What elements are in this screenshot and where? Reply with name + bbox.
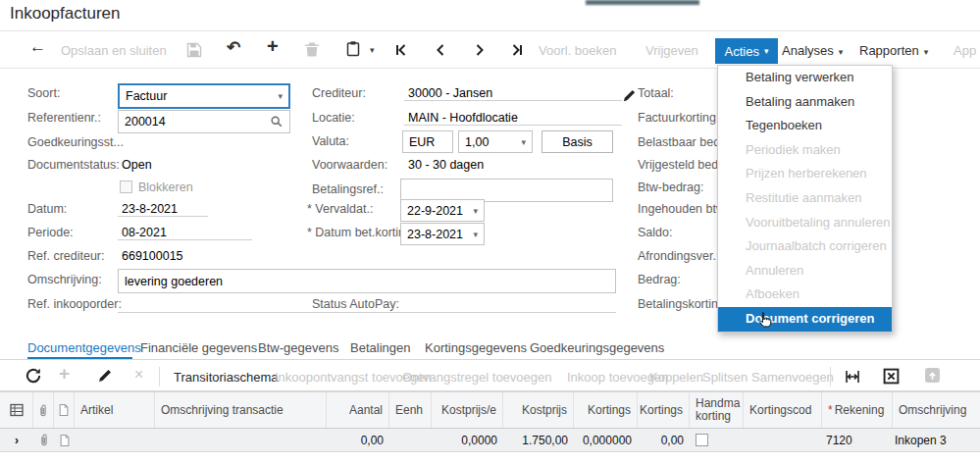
edit-pencil-icon[interactable] — [622, 88, 637, 103]
handmatige-korting-checkbox[interactable] — [696, 434, 708, 446]
menu-item-journaalbatch-corrigeren: Journaalbatch corrigeren — [718, 234, 892, 259]
grid-settings-icon[interactable] — [0, 392, 33, 428]
actions-menu-button[interactable]: Acties▾ — [715, 38, 778, 64]
ref-crediteur-value[interactable]: 669100015 — [122, 249, 183, 263]
chevron-down-icon[interactable]: ▾ — [521, 137, 526, 147]
vervaldatum-label: * Vervaldat.: — [307, 202, 373, 216]
table-row[interactable]: › 0,00 0,0000 1.750,00 0,000000 0,00 712… — [0, 429, 980, 452]
ref-crediteur-label: Ref. crediteur: — [27, 249, 105, 263]
upload-icon — [924, 367, 941, 384]
tab-kortingsgegevens[interactable]: Kortingsgegevens — [425, 340, 527, 355]
cell-kostprijs-per-eenheid[interactable]: 0,0000 — [432, 429, 503, 451]
menu-item-betaling-verwerken[interactable]: Betaling verwerken — [718, 66, 892, 90]
actions-dropdown-menu: Betaling verwerken Betaling aanmaken Teg… — [717, 65, 893, 333]
fit-width-icon[interactable] — [844, 368, 861, 386]
column-header-kortingscode[interactable]: Kortingscod — [744, 392, 822, 428]
ontvangstregel-toevoegen-button: Ontvangstregel toevoegen — [402, 370, 552, 385]
column-header-aantal[interactable]: Aantal — [327, 392, 389, 428]
chevron-down-icon[interactable]: ▾ — [473, 230, 478, 239]
tab-goedkeuringsgegevens[interactable]: Goedkeuringsgegevens — [530, 340, 664, 355]
cell-kostprijs[interactable]: 1.750,00 — [503, 429, 574, 451]
analyses-menu-button[interactable]: Analyses▾ — [782, 43, 843, 58]
column-header-artikel[interactable]: Artikel — [75, 392, 155, 428]
clipboard-caret-icon[interactable]: ▾ — [370, 45, 375, 55]
soort-value: Factuur — [126, 89, 167, 103]
column-header-rekening[interactable]: *Rekening — [822, 392, 893, 428]
export-excel-icon[interactable] — [883, 368, 900, 385]
previous-record-icon[interactable] — [432, 41, 449, 59]
crediteur-value[interactable]: 30000 - Jansen — [404, 86, 622, 101]
cell-aantal[interactable]: 0,00 — [327, 429, 389, 451]
voorwaarden-value[interactable]: 30 - 30 dagen — [408, 158, 484, 172]
menu-item-periodiek-maken: Periodiek maken — [718, 138, 892, 163]
column-header-kostprijs-per-eenheid[interactable]: Kostprijs/e — [432, 392, 503, 428]
cell-eenheid[interactable] — [389, 429, 432, 451]
chevron-down-icon[interactable]: ▾ — [278, 91, 283, 101]
datum-betkorting-select[interactable]: 23-8-2021▾ — [400, 223, 485, 245]
column-header-omschrijving[interactable]: Omschrijving — [893, 392, 980, 428]
omschrijving-value: levering goederen — [125, 275, 223, 288]
column-header-kostprijs[interactable]: Kostprijs — [503, 392, 574, 428]
menu-item-betaling-aanmaken[interactable]: Betaling aanmaken — [718, 90, 892, 115]
back-arrow-icon[interactable]: ← — [29, 37, 46, 57]
menu-item-restitutie-aanmaken: Restitutie aanmaken — [718, 186, 892, 211]
tab-documentgegevens[interactable]: Documentgegevens — [27, 340, 141, 355]
cell-kortingspercentage[interactable]: 0,000000 — [574, 429, 638, 451]
transitoriaschema-button[interactable]: Transitoriaschema — [174, 370, 278, 385]
cell-artikel[interactable] — [75, 429, 155, 451]
koppelen-button: Koppelen — [649, 370, 703, 385]
locatie-value[interactable]: MAIN - Hoofdlocatie — [404, 111, 622, 126]
valuta-currency-field[interactable]: EUR — [402, 130, 453, 153]
referentienr-value: 200014 — [125, 115, 166, 129]
tab-financiele-gegevens[interactable]: Financiële gegevens — [140, 340, 257, 355]
refresh-icon[interactable] — [25, 367, 42, 385]
datum-betkorting-label: * Datum bet.korting: — [307, 226, 415, 239]
chevron-down-icon[interactable]: ▾ — [473, 206, 478, 216]
tab-btw-gegevens[interactable]: Btw-gegevens — [258, 340, 338, 355]
omschrijving-input[interactable]: levering goederen — [118, 269, 616, 293]
first-record-icon[interactable] — [392, 41, 410, 59]
grid-edit-pencil-icon[interactable] — [97, 368, 113, 384]
cell-omschrijving[interactable]: Inkopen 3 — [893, 429, 980, 451]
clipboard-icon[interactable] — [345, 40, 361, 57]
column-header-kortingspercentage[interactable]: Kortings — [574, 392, 638, 428]
column-header-omschrijving-transactie[interactable]: Omschrijving transactie — [155, 392, 327, 428]
reports-menu-button[interactable]: Rapporten▾ — [859, 43, 928, 58]
required-marker: * — [828, 403, 833, 417]
provisional-post-button: Voorl. boeken — [539, 43, 617, 58]
crediteur-label: Crediteur: — [312, 86, 366, 100]
last-record-icon[interactable] — [508, 41, 526, 59]
cell-kortingsbedrag[interactable]: 0,00 — [638, 429, 690, 451]
grid-delete-icon: × — [134, 366, 143, 384]
next-record-icon[interactable] — [471, 41, 489, 59]
vervaldatum-select[interactable]: 22-9-2021▾ — [400, 199, 485, 222]
search-icon[interactable] — [270, 115, 284, 129]
saldo-label: Saldo: — [638, 226, 672, 239]
betalingskorting-label: Betalingskorting: — [638, 297, 728, 311]
tab-betalingen[interactable]: Betalingen — [350, 340, 410, 355]
datum-value[interactable]: 23-8-2021 — [118, 202, 208, 217]
paperclip-icon[interactable] — [33, 429, 54, 451]
undo-icon[interactable]: ↶ — [227, 37, 240, 58]
note-icon[interactable] — [54, 429, 75, 451]
valuta-rate-select[interactable]: 1,00▾ — [458, 130, 533, 153]
referentienr-input[interactable]: 200014 — [118, 110, 290, 133]
periode-value[interactable]: 08-2021 — [118, 226, 252, 240]
cell-omschrijving-transactie[interactable] — [155, 429, 327, 451]
blokkeren-checkbox[interactable] — [120, 180, 132, 193]
column-header-eenheid[interactable]: Eenh — [389, 392, 432, 428]
cell-kortingscode[interactable] — [744, 429, 822, 451]
column-header-kortingsbedrag[interactable]: Kortings — [638, 392, 690, 428]
bedrag-label: Bedrag: — [638, 273, 681, 286]
basis-button[interactable]: Basis — [542, 130, 613, 153]
paperclip-icon — [33, 392, 54, 428]
divider — [0, 359, 980, 360]
approvals-menu-button: App — [954, 43, 976, 58]
cell-rekening[interactable]: 7120 — [822, 429, 893, 451]
column-header-handmatige-korting[interactable]: Handma korting — [690, 392, 744, 428]
splitsen-button: Splitsen — [702, 370, 748, 385]
add-icon[interactable]: + — [267, 35, 279, 58]
menu-item-document-corrigeren[interactable]: Document corrigeren — [718, 307, 892, 332]
soort-select[interactable]: Factuur▾ — [118, 83, 290, 109]
menu-item-tegenboeken[interactable]: Tegenboeken — [718, 114, 892, 138]
